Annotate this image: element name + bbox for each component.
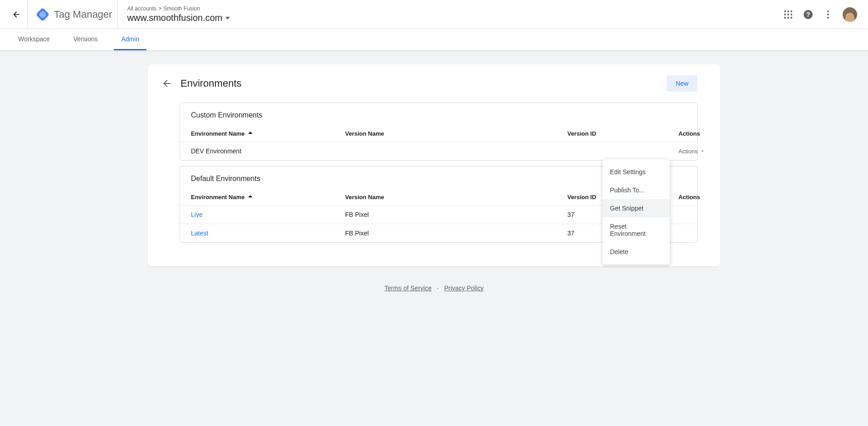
header-right: ? [783,7,863,22]
chevron-down-icon [700,148,705,154]
svg-point-5 [784,14,786,15]
svg-text:?: ? [806,11,810,18]
tab-versions[interactable]: Versions [66,29,105,50]
logo-section[interactable]: Tag Manager [28,9,117,20]
sort-asc-icon [247,194,254,201]
help-icon: ? [803,9,814,20]
breadcrumb-separator: > [158,5,161,12]
arrow-left-icon [12,10,21,19]
env-name-cell[interactable]: Live [191,211,345,218]
svg-point-6 [787,14,789,15]
page-title: Environments [180,78,667,89]
tab-admin[interactable]: Admin [114,29,146,50]
page-back-button[interactable] [161,78,172,89]
env-name-cell: DEV Environment [191,147,345,155]
tag-manager-logo-icon [37,9,49,20]
apps-button[interactable] [783,9,794,20]
apps-grid-icon [783,9,794,20]
container-name-text: www.smoothfusion.com [127,13,222,23]
environments-card: Environments New Custom Environments Env… [148,64,720,266]
svg-point-8 [784,17,786,19]
svg-point-13 [827,10,829,12]
top-header: Tag Manager All accounts > Smooth Fusion… [0,0,868,29]
breadcrumb-all-accounts[interactable]: All accounts [127,5,156,12]
breadcrumb-account: Smooth Fusion [163,5,200,12]
container-picker[interactable]: www.smoothfusion.com [127,13,783,23]
col-header-version-id[interactable]: Version ID [567,130,678,137]
card-header: Environments New [148,75,720,103]
breadcrumb: All accounts > Smooth Fusion [127,5,783,12]
help-button[interactable]: ? [803,9,814,20]
env-name-cell[interactable]: Latest [191,230,345,237]
content: Environments New Custom Environments Env… [137,64,731,266]
svg-point-7 [790,14,792,15]
svg-point-4 [790,10,792,12]
col-header-actions: Actions [678,194,700,201]
menu-get-snippet[interactable]: Get Snippet [603,199,670,217]
actions-dropdown: Edit Settings Publish To... Get Snippet … [603,159,670,264]
col-header-actions: Actions [678,130,700,137]
menu-reset-environment[interactable]: Reset Environment [603,217,670,243]
footer: Terms of Service · Privacy Policy [0,266,868,310]
footer-tos-link[interactable]: Terms of Service [384,284,431,292]
caret-down-icon [225,17,230,20]
custom-section-title: Custom Environments [180,103,697,126]
user-avatar[interactable] [843,7,857,22]
col-header-env-name[interactable]: Environment Name [191,194,345,201]
product-name: Tag Manager [54,9,112,20]
svg-point-3 [787,10,789,12]
row-actions-trigger[interactable]: Actions [678,148,705,155]
tabs-bar: Workspace Versions Admin [0,29,868,51]
global-back-button[interactable] [5,10,27,19]
breadcrumb-section: All accounts > Smooth Fusion www.smoothf… [117,0,783,29]
col-header-version-name[interactable]: Version Name [345,194,567,201]
svg-point-2 [784,10,786,12]
table-row[interactable]: DEV Environment Actions Edit Settings Pu… [180,142,697,160]
col-header-version-name[interactable]: Version Name [345,130,567,137]
custom-table-header: Environment Name Version Name Version ID… [180,126,697,142]
menu-publish-to[interactable]: Publish To... [603,181,670,199]
tab-workspace[interactable]: Workspace [11,29,57,50]
svg-point-9 [787,17,789,19]
svg-point-10 [790,17,792,19]
custom-environments-section: Custom Environments Environment Name Ver… [180,103,697,161]
svg-point-15 [827,17,829,19]
version-name-cell: FB Pixel [345,211,567,218]
svg-point-14 [827,14,829,15]
menu-delete[interactable]: Delete [603,243,670,261]
menu-edit-settings[interactable]: Edit Settings [603,163,670,181]
more-vert-icon [823,9,834,20]
version-name-cell: FB Pixel [345,230,567,237]
col-header-env-name[interactable]: Environment Name [191,130,345,137]
sort-asc-icon [247,131,254,137]
new-environment-button[interactable]: New [667,75,697,92]
footer-separator: · [437,284,439,292]
footer-privacy-link[interactable]: Privacy Policy [444,284,483,292]
more-button[interactable] [823,9,834,20]
